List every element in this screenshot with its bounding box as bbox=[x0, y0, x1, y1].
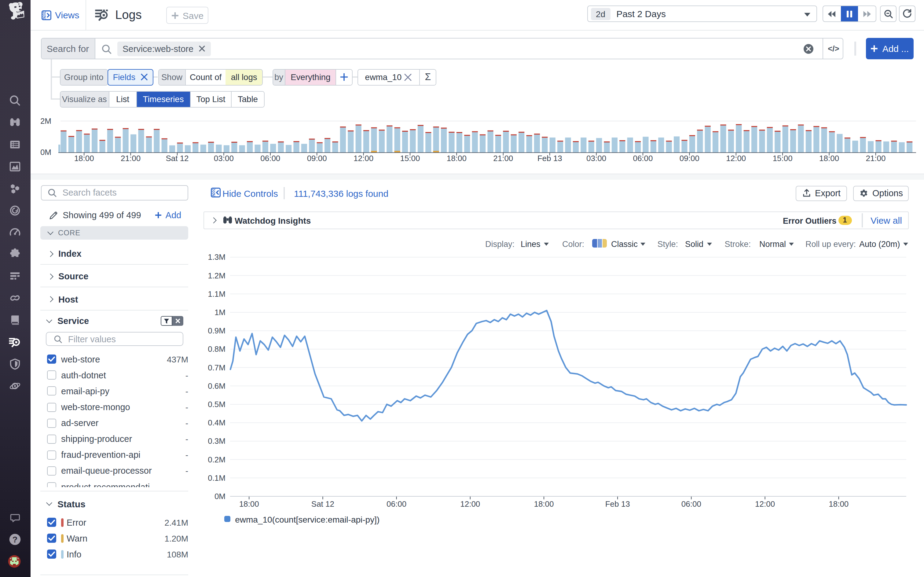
svg-text:Feb 13: Feb 13 bbox=[538, 154, 562, 163]
svg-text:0M: 0M bbox=[214, 492, 225, 501]
svg-text:15:00: 15:00 bbox=[773, 154, 793, 163]
svg-text:Sat 12: Sat 12 bbox=[166, 154, 188, 163]
svg-text:21:00: 21:00 bbox=[866, 154, 885, 163]
svg-text:0.9M: 0.9M bbox=[208, 326, 225, 335]
svg-text:06:00: 06:00 bbox=[260, 154, 280, 163]
svg-text:09:00: 09:00 bbox=[307, 154, 327, 163]
svg-text:2M: 2M bbox=[40, 116, 52, 126]
svg-text:0M: 0M bbox=[40, 148, 52, 157]
svg-text:21:00: 21:00 bbox=[121, 154, 140, 163]
svg-text:0.7M: 0.7M bbox=[208, 363, 225, 372]
svg-text:0.4M: 0.4M bbox=[208, 418, 225, 427]
svg-text:18:00: 18:00 bbox=[239, 500, 259, 509]
svg-text:1.2M: 1.2M bbox=[208, 271, 225, 280]
svg-text:18:00: 18:00 bbox=[829, 500, 848, 509]
svg-text:0.5M: 0.5M bbox=[208, 400, 225, 409]
svg-text:12:00: 12:00 bbox=[460, 500, 480, 509]
svg-text:21:00: 21:00 bbox=[493, 154, 513, 163]
svg-text:15:00: 15:00 bbox=[400, 154, 420, 163]
svg-text:?: ? bbox=[12, 535, 18, 544]
svg-text:0.3M: 0.3M bbox=[208, 437, 225, 446]
svg-text:03:00: 03:00 bbox=[214, 154, 234, 163]
svg-text:0.2M: 0.2M bbox=[208, 455, 225, 464]
svg-text:12:00: 12:00 bbox=[726, 154, 746, 163]
svg-text:18:00: 18:00 bbox=[819, 154, 839, 163]
svg-text:18:00: 18:00 bbox=[447, 154, 467, 163]
svg-text:0.6M: 0.6M bbox=[208, 381, 225, 390]
svg-text:06:00: 06:00 bbox=[386, 500, 406, 509]
svg-text:1.3M: 1.3M bbox=[208, 253, 225, 262]
svg-text:Sat 12: Sat 12 bbox=[311, 500, 334, 509]
svg-text:0.1M: 0.1M bbox=[208, 474, 225, 483]
svg-text:18:00: 18:00 bbox=[74, 154, 94, 163]
svg-text:1.1M: 1.1M bbox=[208, 289, 225, 298]
svg-text:Feb 13: Feb 13 bbox=[605, 500, 630, 509]
svg-text:18:00: 18:00 bbox=[534, 500, 554, 509]
svg-text:12:00: 12:00 bbox=[354, 154, 373, 163]
svg-text:0.8M: 0.8M bbox=[208, 345, 225, 354]
svg-text:06:00: 06:00 bbox=[681, 500, 701, 509]
svg-text:09:00: 09:00 bbox=[679, 154, 699, 163]
svg-text:03:00: 03:00 bbox=[586, 154, 606, 163]
svg-text:06:00: 06:00 bbox=[633, 154, 653, 163]
svg-text:1M: 1M bbox=[214, 308, 225, 317]
svg-text:12:00: 12:00 bbox=[755, 500, 775, 509]
